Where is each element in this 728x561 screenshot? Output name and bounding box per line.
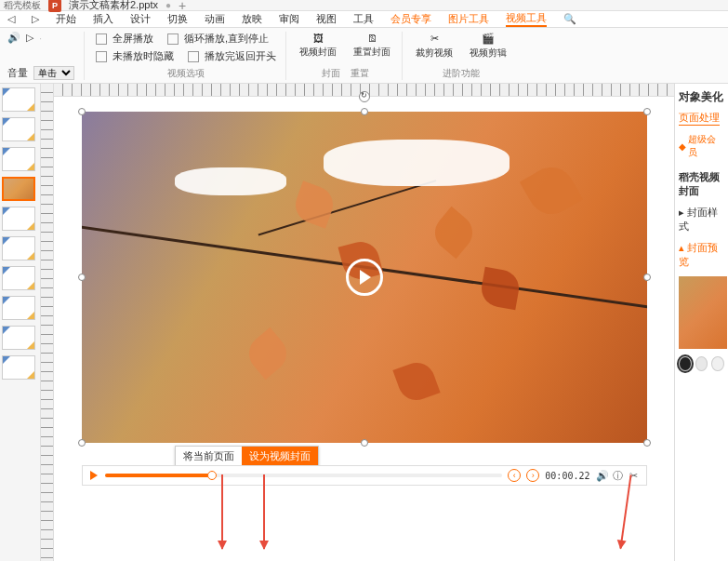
volume-icon[interactable]: 🔊 xyxy=(7,32,20,44)
resize-handle-ml[interactable] xyxy=(78,274,86,281)
slide-canvas[interactable]: 将当前页面 设为视频封面 ↖ ‹ › 00:00.22 🔊 ⓘ ✂ xyxy=(82,112,647,443)
ribbon-body: 🔊 ▷ · 音量 单击 全屏播放 循环播放,直到停止 未播放时隐藏 播放完返回开… xyxy=(0,28,728,84)
compress-video-button[interactable]: 🎬 视频剪辑 xyxy=(468,32,509,60)
capture-frame-button[interactable]: 将当前页面 xyxy=(176,447,242,466)
crop-label: 裁剪视频 xyxy=(416,47,453,60)
app-icon: P xyxy=(48,0,61,12)
play-button[interactable] xyxy=(346,259,383,296)
reset-cover-button[interactable]: 🖻 重置封面 xyxy=(351,32,392,60)
tab-animation[interactable]: 动画 xyxy=(205,12,225,26)
vip-link[interactable]: ◆超级会员 xyxy=(679,133,724,159)
volume-icon[interactable]: 🔊 xyxy=(596,470,607,482)
tab-member[interactable]: 会员专享 xyxy=(390,12,431,26)
resize-handle-tm[interactable] xyxy=(361,108,368,115)
thumb-8[interactable] xyxy=(2,296,35,320)
thumb-5[interactable] xyxy=(2,207,35,231)
tab-video-tools[interactable]: 视频工具 xyxy=(506,11,547,27)
resize-handle-tr[interactable] xyxy=(643,108,651,115)
video-player-bar: ‹ › 00:00.22 🔊 ⓘ ✂ xyxy=(82,465,647,486)
tab-slideshow[interactable]: 放映 xyxy=(242,12,262,26)
tab-insert[interactable]: 插入 xyxy=(93,12,113,26)
progress-bar[interactable] xyxy=(105,474,503,477)
thumb-4[interactable] xyxy=(2,177,35,201)
thumb-3[interactable] xyxy=(2,147,35,171)
resize-handle-bl[interactable] xyxy=(78,439,86,447)
right-panel: 对象美化 页面处理 ◆超级会员 稻壳视频封面 ▸ 封面样式 ▴ 封面预览 xyxy=(674,84,728,561)
panel-tab-page[interactable]: 页面处理 xyxy=(679,111,720,126)
tab-view[interactable]: 视图 xyxy=(316,12,337,26)
workspace: 将当前页面 设为视频封面 ↖ ‹ › 00:00.22 🔊 ⓘ ✂ xyxy=(0,84,728,561)
resize-handle-tl[interactable] xyxy=(78,108,86,115)
video-frame[interactable] xyxy=(82,112,647,443)
rewind-button[interactable]: ‹ xyxy=(508,469,521,482)
set-cover-button[interactable]: 设为视频封面 xyxy=(242,447,318,466)
cover-preview-thumb[interactable] xyxy=(679,276,727,349)
color-dot-grey1[interactable] xyxy=(695,356,708,371)
thumb-10[interactable] xyxy=(2,355,35,380)
dirty-indicator: ● xyxy=(165,0,171,10)
hide-checkbox[interactable] xyxy=(96,51,107,62)
group-video-options: 全屏播放 循环播放,直到停止 未播放时隐藏 播放完返回开头 视频选项 xyxy=(96,32,286,80)
group-cover: 🖼 视频封面 🖻 重置封面 封面 重置 xyxy=(298,32,403,80)
leaf xyxy=(427,207,479,259)
reset-icon: 🖻 xyxy=(367,33,377,44)
loop-checkbox[interactable] xyxy=(167,33,179,45)
player-play-button[interactable] xyxy=(88,470,99,481)
nav-back-icon[interactable]: ◁ xyxy=(7,13,15,25)
thumb-1[interactable] xyxy=(2,87,35,112)
tab-tools[interactable]: 工具 xyxy=(353,12,374,26)
tab-start[interactable]: 开始 xyxy=(56,12,76,26)
leaf xyxy=(392,357,440,405)
rotate-handle[interactable] xyxy=(359,91,370,102)
thumb-2[interactable] xyxy=(2,117,35,141)
fullscreen-checkbox[interactable] xyxy=(96,33,107,45)
vertical-ruler xyxy=(41,84,54,561)
info-icon[interactable]: ⓘ xyxy=(613,469,624,483)
volume-label: 音量 xyxy=(7,66,28,80)
annotation-arrow-3 xyxy=(619,474,631,548)
panel-style[interactable]: ▸ 封面样式 xyxy=(679,206,724,234)
new-tab-button[interactable]: + xyxy=(179,0,186,13)
search-icon[interactable]: 🔍 xyxy=(563,13,576,25)
thumb-7[interactable] xyxy=(2,266,35,290)
play-icon[interactable]: ▷ xyxy=(26,32,33,44)
progress-thumb[interactable] xyxy=(207,471,217,480)
color-dot-grey2[interactable] xyxy=(711,356,724,371)
reset-cover-label: 重置封面 xyxy=(353,46,390,59)
color-dot-black[interactable] xyxy=(679,356,692,371)
panel-preview[interactable]: ▴ 封面预览 xyxy=(679,241,724,269)
resize-handle-br[interactable] xyxy=(643,439,651,447)
snow xyxy=(175,167,286,195)
thumb-6[interactable] xyxy=(2,236,35,260)
compress-label: 视频剪辑 xyxy=(470,47,507,60)
color-dots xyxy=(679,356,724,371)
play-mode-select[interactable]: 单击 xyxy=(33,66,74,80)
video-options-group-label: 视频选项 xyxy=(96,67,276,80)
loop-label: 循环播放,直到停止 xyxy=(184,32,269,46)
tab-design[interactable]: 设计 xyxy=(130,12,151,26)
diamond-icon: ◆ xyxy=(679,141,686,152)
tab-pic-tools[interactable]: 图片工具 xyxy=(448,12,489,26)
rewind-label: 播放完返回开头 xyxy=(205,49,276,63)
crop-video-button[interactable]: ✂ 裁剪视频 xyxy=(414,32,455,60)
timestamp: 00:00.22 xyxy=(545,471,589,481)
annotation-arrow-1 xyxy=(221,474,223,549)
leaf xyxy=(519,159,582,222)
vip-label: 超级会员 xyxy=(688,133,724,159)
rewind-checkbox[interactable] xyxy=(188,51,199,62)
slide-thumbnails[interactable] xyxy=(0,84,41,561)
panel-section-cover: 稻壳视频封面 xyxy=(679,170,724,198)
video-cover-button[interactable]: 🖼 视频封面 xyxy=(298,32,338,60)
resize-handle-bm[interactable] xyxy=(361,439,368,447)
forward-button[interactable]: › xyxy=(526,469,539,482)
template-tab[interactable]: 稻壳模板 xyxy=(4,0,41,12)
file-tab[interactable]: 演示文稿素材2.pptx xyxy=(69,0,158,12)
resize-handle-mr[interactable] xyxy=(643,274,651,281)
leaf xyxy=(478,267,521,310)
tab-review[interactable]: 审阅 xyxy=(279,12,299,26)
thumb-9[interactable] xyxy=(2,326,35,350)
tab-transition[interactable]: 切换 xyxy=(167,12,188,26)
cover-group-label: 封面 xyxy=(322,68,340,78)
video-cover-label: 视频封面 xyxy=(299,46,337,59)
nav-fwd-icon[interactable]: ▷ xyxy=(32,13,39,25)
